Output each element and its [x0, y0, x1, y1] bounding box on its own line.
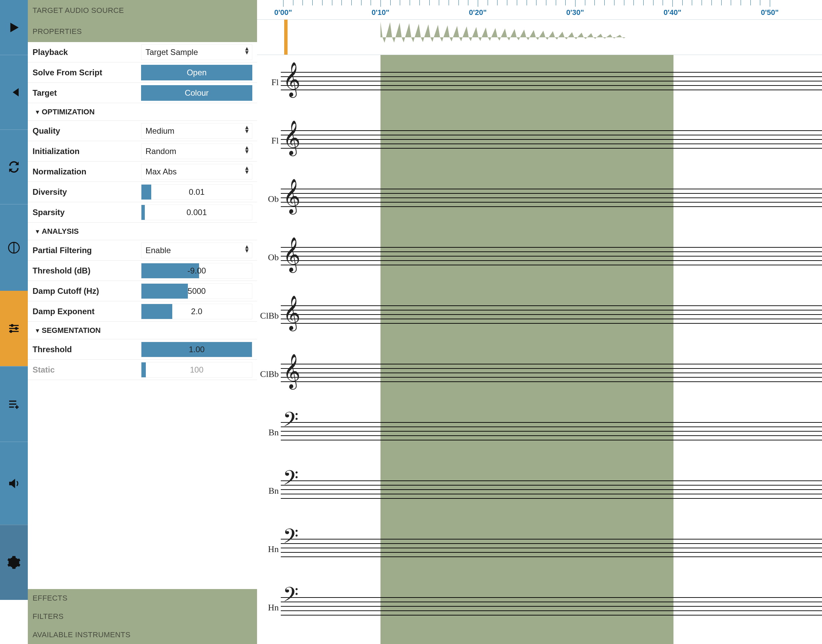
slider-damp-cutoff[interactable]: 5000: [141, 283, 252, 299]
slider-seg-threshold[interactable]: 1.00: [141, 342, 252, 357]
staff-hn-8[interactable]: Hn𝄢: [257, 539, 822, 559]
treble-clef-icon: 𝄞: [283, 239, 300, 270]
sliders-icon: [7, 321, 21, 336]
ruler-label: 0'20": [469, 8, 487, 17]
gear-icon: [7, 555, 21, 570]
staff-ob-2[interactable]: Ob𝄞: [257, 189, 822, 209]
side-panel: TARGET AUDIO SOURCE PROPERTIES Playback …: [28, 0, 257, 644]
staff-ob-3[interactable]: Ob𝄞: [257, 247, 822, 267]
loop-button[interactable]: [0, 129, 28, 204]
ruler-label: 0'00": [274, 8, 292, 17]
header-target-audio: TARGET AUDIO SOURCE: [28, 0, 257, 21]
chevron-down-icon: ▾: [36, 228, 39, 235]
slider-diversity[interactable]: 0.01: [141, 184, 252, 200]
play-button[interactable]: [0, 0, 28, 55]
label-diversity: Diversity: [32, 187, 141, 197]
staff-label: Hn: [257, 544, 279, 554]
staff-label: Fl: [257, 136, 279, 146]
timeline-ruler[interactable]: 0'00"0'10"0'20"0'30"0'40"0'50": [257, 0, 822, 20]
bass-clef-icon: 𝄢: [283, 585, 298, 609]
svg-point-7: [9, 330, 12, 333]
spinner-icon: ▴▾: [245, 145, 249, 153]
speaker-icon: [7, 476, 21, 491]
slider-damp-exponent[interactable]: 2.0: [141, 304, 252, 319]
ruler-label: 0'30": [566, 8, 584, 17]
label-sparsity: Sparsity: [32, 208, 141, 217]
bass-clef-icon: 𝄢: [283, 410, 298, 434]
add-list-icon: [7, 397, 21, 411]
open-button[interactable]: Open: [141, 65, 252, 80]
label-damp-exponent: Damp Exponent: [32, 307, 141, 316]
row-target: Target Colour: [28, 83, 257, 103]
treble-clef-icon: 𝄞: [283, 181, 300, 211]
row-seg-threshold: Threshold 1.00: [28, 339, 257, 360]
label-target: Target: [32, 88, 141, 98]
spinner-icon: ▴▾: [245, 125, 249, 133]
dropdown-quality[interactable]: Medium▴▾: [141, 123, 252, 139]
row-damp-exponent: Damp Exponent 2.0: [28, 301, 257, 322]
meridian-icon: [7, 241, 21, 255]
row-diversity: Diversity 0.01: [28, 182, 257, 202]
staff-bn-7[interactable]: Bn𝄢: [257, 480, 822, 501]
staff-label: Hn: [257, 603, 279, 613]
ruler-label: 0'50": [761, 8, 779, 17]
staff-label: Bn: [257, 428, 279, 438]
score-body[interactable]: Fl𝄞Fl𝄞Ob𝄞Ob𝄞ClBb𝄞ClBb𝄞Bn𝄢Bn𝄢Hn𝄢Hn𝄢: [257, 55, 822, 644]
label-initialization: Initialization: [32, 147, 141, 156]
waveform-strip[interactable]: [257, 20, 822, 55]
row-partial-filtering: Partial Filtering Enable▴▾: [28, 240, 257, 261]
label-seg-static: Static: [32, 365, 141, 374]
label-playback: Playback: [32, 48, 141, 57]
row-solve-from-script: Solve From Script Open: [28, 63, 257, 83]
section-analysis[interactable]: ▾ANALYSIS: [28, 222, 257, 240]
treble-clef-icon: 𝄞: [283, 298, 300, 328]
slider-sparsity[interactable]: 0.001: [141, 205, 252, 220]
rewind-button[interactable]: [0, 55, 28, 129]
treble-clef-icon: 𝄞: [283, 64, 300, 94]
playhead[interactable]: [284, 20, 288, 55]
waveform: [381, 20, 674, 55]
label-threshold-db: Threshold (dB): [32, 266, 141, 276]
header-filters[interactable]: FILTERS: [28, 607, 257, 626]
play-icon: [7, 20, 21, 35]
ruler-label: 0'10": [372, 8, 389, 17]
dropdown-initialization[interactable]: Random▴▾: [141, 144, 252, 159]
staff-label: Ob: [257, 253, 279, 263]
staff-bn-6[interactable]: Bn𝄢: [257, 422, 822, 442]
dropdown-normalization[interactable]: Max Abs▴▾: [141, 164, 252, 179]
section-segmentation[interactable]: ▾SEGMENTATION: [28, 322, 257, 339]
header-effects[interactable]: EFFECTS: [28, 589, 257, 607]
slider-seg-static: 100: [141, 362, 252, 378]
dropdown-playback[interactable]: Target Sample ▴▾: [141, 44, 252, 60]
slider-threshold-db[interactable]: -9.00: [141, 263, 252, 279]
svg-point-3: [11, 324, 14, 327]
settings-button[interactable]: [0, 524, 28, 600]
header-available-instruments[interactable]: AVAILABLE INSTRUMENTS: [28, 626, 257, 644]
meridian-button[interactable]: [0, 204, 28, 291]
staff-label: Fl: [257, 77, 279, 87]
spinner-icon: ▴▾: [245, 46, 249, 54]
treble-clef-icon: 𝄞: [283, 356, 300, 386]
panel-spacer: [28, 380, 257, 589]
score-area: 0'00"0'10"0'20"0'30"0'40"0'50" Fl𝄞Fl𝄞Ob𝄞…: [257, 0, 822, 644]
sliders-button[interactable]: [0, 291, 28, 366]
colour-button[interactable]: Colour: [141, 85, 252, 101]
row-sparsity: Sparsity 0.001: [28, 202, 257, 222]
staff-fl-1[interactable]: Fl𝄞: [257, 130, 822, 151]
staff-hn-9[interactable]: Hn𝄢: [257, 597, 822, 618]
staff-fl-0[interactable]: Fl𝄞: [257, 72, 822, 92]
ruler-label: 0'40": [664, 8, 681, 17]
row-seg-static: Static 100: [28, 360, 257, 380]
label-solve-script: Solve From Script: [32, 68, 141, 77]
row-threshold-db: Threshold (dB) -9.00: [28, 261, 257, 281]
staff-clbb-4[interactable]: ClBb𝄞: [257, 305, 822, 326]
header-properties: PROPERTIES: [28, 21, 257, 42]
staff-clbb-5[interactable]: ClBb𝄞: [257, 364, 822, 384]
add-list-button[interactable]: [0, 366, 28, 442]
spinner-icon: ▴▾: [245, 166, 249, 174]
speaker-button[interactable]: [0, 442, 28, 524]
dropdown-partial-filtering[interactable]: Enable▴▾: [141, 242, 252, 258]
tool-rail: [0, 0, 28, 644]
label-partial-filtering: Partial Filtering: [32, 246, 141, 255]
section-optimization[interactable]: ▾OPTIMIZATION: [28, 103, 257, 121]
